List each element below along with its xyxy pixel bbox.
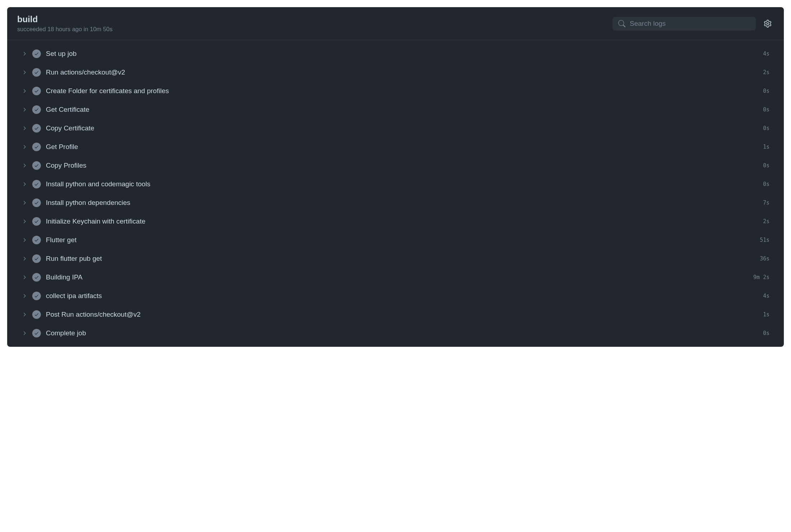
check-icon [32,273,41,282]
check-icon [32,87,41,95]
step-label: Building IPA [46,273,748,281]
chevron-right-icon [22,181,27,187]
step-row[interactable]: Post Run actions/checkout@v21s [11,305,780,324]
step-label: Set up job [46,50,758,58]
step-label: Flutter get [46,236,755,244]
step-duration: 4s [763,51,769,57]
build-log-panel: build succeeded 18 hours ago in 10m 50s … [7,7,784,347]
job-title: build [17,14,113,24]
check-icon [32,254,41,263]
chevron-right-icon [22,88,27,94]
step-row[interactable]: Copy Certificate0s [11,119,780,138]
settings-button[interactable] [762,18,774,30]
step-duration: 2s [763,69,769,76]
step-duration: 1s [763,144,769,150]
chevron-right-icon [22,200,27,206]
check-icon [32,310,41,319]
step-row[interactable]: Copy Profiles0s [11,156,780,175]
check-icon [32,292,41,300]
step-duration: 7s [763,200,769,206]
step-row[interactable]: Flutter get51s [11,231,780,249]
chevron-right-icon [22,125,27,131]
step-duration: 9m 2s [753,274,769,281]
step-row[interactable]: Initialize Keychain with certificate2s [11,212,780,231]
chevron-right-icon [22,237,27,243]
check-icon [32,68,41,77]
check-icon [32,180,41,188]
step-label: Post Run actions/checkout@v2 [46,311,758,318]
step-row[interactable]: Run flutter pub get36s [11,249,780,268]
step-row[interactable]: Complete job0s [11,324,780,342]
chevron-right-icon [22,219,27,224]
step-label: collect ipa artifacts [46,292,758,300]
search-icon [618,20,625,27]
step-duration: 4s [763,293,769,299]
step-label: Install python and codemagic tools [46,180,758,188]
step-duration: 36s [760,255,769,262]
check-icon [32,124,41,133]
step-label: Run actions/checkout@v2 [46,68,758,76]
step-row[interactable]: Get Certificate0s [11,100,780,119]
step-duration: 51s [760,237,769,243]
chevron-right-icon [22,293,27,299]
step-row[interactable]: Install python dependencies7s [11,193,780,212]
chevron-right-icon [22,51,27,57]
check-icon [32,217,41,226]
step-label: Create Folder for certificates and profi… [46,87,758,95]
check-icon [32,329,41,337]
step-label: Get Profile [46,143,758,151]
step-duration: 0s [763,162,769,169]
search-input[interactable] [630,20,750,28]
header-title-block: build succeeded 18 hours ago in 10m 50s [17,14,113,33]
step-row[interactable]: Create Folder for certificates and profi… [11,82,780,100]
check-icon [32,198,41,207]
step-label: Complete job [46,329,758,337]
chevron-right-icon [22,274,27,280]
step-label: Copy Certificate [46,124,758,132]
chevron-right-icon [22,256,27,262]
search-container[interactable] [613,17,756,30]
step-label: Install python dependencies [46,199,758,207]
job-status: succeeded 18 hours ago in 10m 50s [17,26,113,33]
step-row[interactable]: Install python and codemagic tools0s [11,175,780,193]
step-row[interactable]: Building IPA9m 2s [11,268,780,287]
step-duration: 0s [763,106,769,113]
check-icon [32,161,41,170]
step-label: Run flutter pub get [46,255,755,263]
step-duration: 2s [763,218,769,225]
step-label: Get Certificate [46,106,758,114]
step-duration: 1s [763,311,769,318]
step-row[interactable]: Get Profile1s [11,138,780,156]
check-icon [32,236,41,244]
check-icon [32,105,41,114]
step-row[interactable]: Run actions/checkout@v22s [11,63,780,82]
step-row[interactable]: collect ipa artifacts4s [11,287,780,305]
step-duration: 0s [763,88,769,94]
step-row[interactable]: Set up job4s [11,44,780,63]
step-label: Initialize Keychain with certificate [46,217,758,225]
chevron-right-icon [22,330,27,336]
chevron-right-icon [22,163,27,168]
steps-list: Set up job4sRun actions/checkout@v22sCre… [7,40,784,347]
step-duration: 0s [763,181,769,187]
chevron-right-icon [22,107,27,112]
chevron-right-icon [22,312,27,317]
chevron-right-icon [22,144,27,150]
chevron-right-icon [22,70,27,75]
gear-icon [764,20,772,28]
panel-header: build succeeded 18 hours ago in 10m 50s [7,7,784,40]
step-label: Copy Profiles [46,162,758,169]
check-icon [32,143,41,151]
step-duration: 0s [763,125,769,131]
header-actions [613,17,774,30]
check-icon [32,49,41,58]
step-duration: 0s [763,330,769,336]
